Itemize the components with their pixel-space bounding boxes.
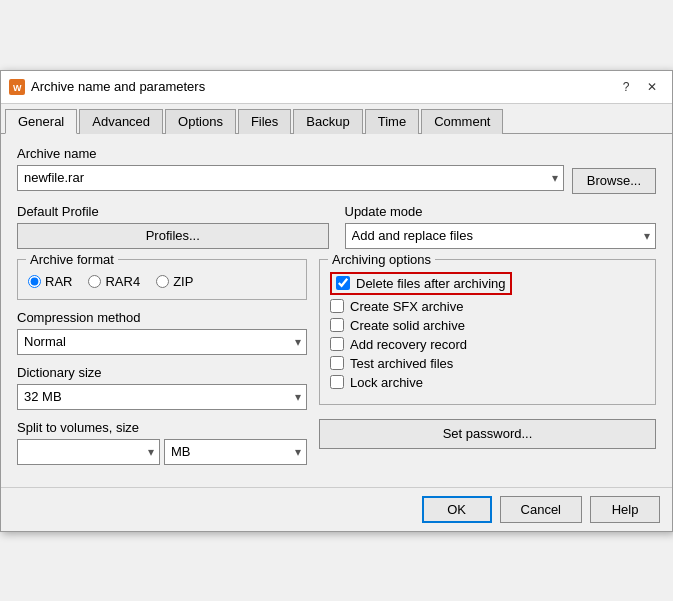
split-row: B KB MB GB (17, 439, 307, 465)
main-content: Archive name newfile.rar Browse... Defau… (1, 134, 672, 487)
create-solid-label: Create solid archive (350, 318, 465, 333)
radio-rar-label: RAR (45, 274, 72, 289)
archive-name-input[interactable]: newfile.rar (17, 165, 564, 191)
lock-archive-checkbox[interactable] (330, 375, 344, 389)
help-footer-button[interactable]: Help (590, 496, 660, 523)
radio-rar4[interactable]: RAR4 (88, 274, 140, 289)
profiles-button[interactable]: Profiles... (17, 223, 329, 249)
split-value-select[interactable] (17, 439, 160, 465)
split-volumes-label: Split to volumes, size (17, 420, 307, 435)
update-mode-col: Update mode Add and replace files Update… (345, 204, 657, 249)
update-mode-select[interactable]: Add and replace files Update and add fil… (345, 223, 657, 249)
radio-rar-input[interactable] (28, 275, 41, 288)
compression-method-wrapper: Store Fastest Fast Normal Good Best (17, 329, 307, 355)
title-bar-controls: ? ✕ (614, 77, 664, 97)
radio-rar4-input[interactable] (88, 275, 101, 288)
right-panel: Archiving options Delete files after arc… (319, 259, 656, 475)
compression-method-select[interactable]: Store Fastest Fast Normal Good Best (17, 329, 307, 355)
ok-button[interactable]: OK (422, 496, 492, 523)
default-profile-col: Default Profile Profiles... (17, 204, 329, 249)
option-create-sfx[interactable]: Create SFX archive (330, 299, 645, 314)
option-test-archived[interactable]: Test archived files (330, 356, 645, 371)
window-title: Archive name and parameters (31, 79, 614, 94)
dictionary-size-select[interactable]: 128 KB 256 KB 512 KB 1 MB 2 MB 4 MB 8 MB… (17, 384, 307, 410)
dictionary-size-label: Dictionary size (17, 365, 307, 380)
create-solid-checkbox[interactable] (330, 318, 344, 332)
compression-method-group: Compression method Store Fastest Fast No… (17, 310, 307, 355)
radio-zip-label: ZIP (173, 274, 193, 289)
browse-button[interactable]: Browse... (572, 168, 656, 194)
tab-files[interactable]: Files (238, 109, 291, 134)
tab-options[interactable]: Options (165, 109, 236, 134)
split-unit-wrapper: B KB MB GB (164, 439, 307, 465)
compression-method-label: Compression method (17, 310, 307, 325)
option-lock-archive[interactable]: Lock archive (330, 375, 645, 390)
profile-update-row: Default Profile Profiles... Update mode … (17, 204, 656, 249)
main-area: Archive format RAR RAR4 ZIP (17, 259, 656, 475)
close-button[interactable]: ✕ (640, 77, 664, 97)
tab-backup[interactable]: Backup (293, 109, 362, 134)
left-panel: Archive format RAR RAR4 ZIP (17, 259, 307, 475)
dictionary-size-wrapper: 128 KB 256 KB 512 KB 1 MB 2 MB 4 MB 8 MB… (17, 384, 307, 410)
tab-comment[interactable]: Comment (421, 109, 503, 134)
radio-zip-input[interactable] (156, 275, 169, 288)
update-mode-label: Update mode (345, 204, 657, 219)
window-icon: W (9, 79, 25, 95)
radio-rar[interactable]: RAR (28, 274, 72, 289)
delete-files-highlight: Delete files after archiving (330, 272, 512, 295)
archive-name-dropdown-wrapper: newfile.rar (17, 165, 564, 191)
archive-name-row: Archive name newfile.rar Browse... (17, 146, 656, 194)
default-profile-label: Default Profile (17, 204, 329, 219)
create-sfx-checkbox[interactable] (330, 299, 344, 313)
tab-advanced[interactable]: Advanced (79, 109, 163, 134)
create-sfx-label: Create SFX archive (350, 299, 463, 314)
option-delete-files-wrapper: Delete files after archiving (330, 268, 645, 295)
svg-text:W: W (13, 83, 22, 93)
delete-files-label: Delete files after archiving (356, 276, 506, 291)
split-volumes-group: Split to volumes, size B KB MB (17, 420, 307, 465)
archive-format-label: Archive format (26, 252, 118, 267)
archive-format-group: Archive format RAR RAR4 ZIP (17, 259, 307, 300)
radio-rar4-label: RAR4 (105, 274, 140, 289)
add-recovery-label: Add recovery record (350, 337, 467, 352)
cancel-button[interactable]: Cancel (500, 496, 582, 523)
split-value-wrapper (17, 439, 160, 465)
tab-bar: General Advanced Options Files Backup Ti… (1, 104, 672, 134)
help-button[interactable]: ? (614, 77, 638, 97)
option-delete-files[interactable]: Delete files after archiving (336, 276, 506, 291)
main-window: W Archive name and parameters ? ✕ Genera… (0, 70, 673, 532)
tab-general[interactable]: General (5, 109, 77, 134)
delete-files-checkbox[interactable] (336, 276, 350, 290)
archiving-options-group: Archiving options Delete files after arc… (319, 259, 656, 405)
option-add-recovery[interactable]: Add recovery record (330, 337, 645, 352)
footer: OK Cancel Help (1, 487, 672, 531)
archive-name-group: Archive name newfile.rar (17, 146, 564, 191)
dictionary-size-group: Dictionary size 128 KB 256 KB 512 KB 1 M… (17, 365, 307, 410)
radio-zip[interactable]: ZIP (156, 274, 193, 289)
archiving-options-label: Archiving options (328, 252, 435, 267)
add-recovery-checkbox[interactable] (330, 337, 344, 351)
title-bar: W Archive name and parameters ? ✕ (1, 71, 672, 104)
test-archived-label: Test archived files (350, 356, 453, 371)
lock-archive-label: Lock archive (350, 375, 423, 390)
test-archived-checkbox[interactable] (330, 356, 344, 370)
update-mode-dropdown-wrapper: Add and replace files Update and add fil… (345, 223, 657, 249)
tab-time[interactable]: Time (365, 109, 419, 134)
split-unit-select[interactable]: B KB MB GB (164, 439, 307, 465)
archive-name-label: Archive name (17, 146, 564, 161)
archive-format-radio-group: RAR RAR4 ZIP (28, 268, 296, 289)
set-password-button[interactable]: Set password... (319, 419, 656, 449)
option-create-solid[interactable]: Create solid archive (330, 318, 645, 333)
